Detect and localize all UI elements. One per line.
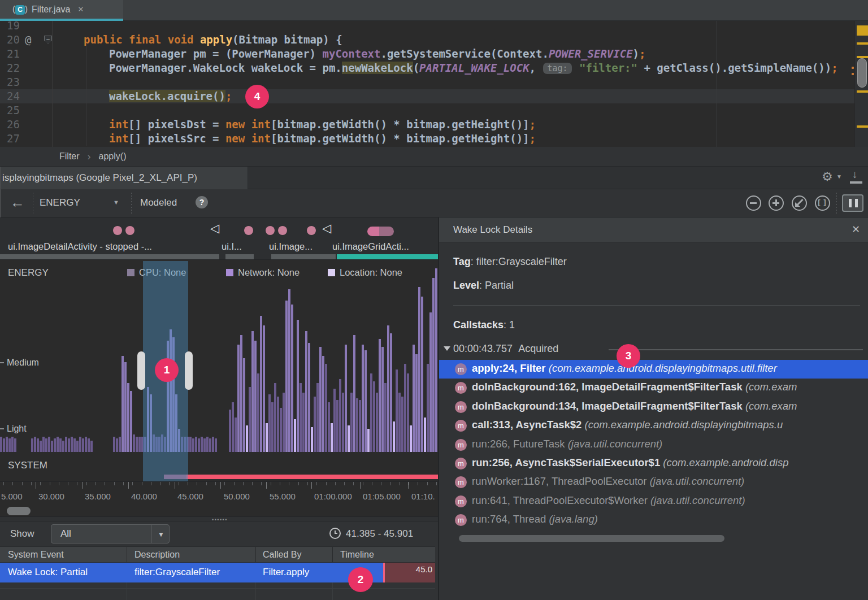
- code-line-20[interactable]: 20@−public final void apply(Bitmap bitma…: [0, 33, 868, 47]
- tag-row: Tag: filter:GrayscaleFilter: [453, 256, 567, 268]
- energy-bar: [300, 383, 302, 452]
- code-line-23[interactable]: 23: [0, 75, 868, 89]
- activity-event-dot-icon[interactable]: [113, 226, 122, 235]
- help-icon[interactable]: ?: [196, 196, 208, 208]
- column-header[interactable]: Timeline: [340, 550, 374, 560]
- code-line-26[interactable]: 26int[] pixelsDst = new int[bitmap.getWi…: [0, 118, 868, 132]
- callout-3: 3: [617, 344, 640, 368]
- wake-lock-duration-bar[interactable]: [186, 475, 438, 479]
- callstack-frame[interactable]: mrun:256, AsyncTask$SerialExecutor$1 (co…: [439, 454, 868, 473]
- activity-event-dot-icon[interactable]: [278, 226, 287, 235]
- energy-bar: [421, 297, 423, 452]
- axis-major-tick: [220, 482, 221, 489]
- code-line-22[interactable]: 22PowerManager.WakeLock wakeLock = pm.ne…: [0, 61, 868, 75]
- code-line-24[interactable]: 24wakeLock.acquire();: [0, 89, 868, 103]
- fold-arrow-icon[interactable]: −: [44, 36, 52, 44]
- system-track-label: SYSTEM: [8, 460, 47, 471]
- energy-bar: [73, 438, 76, 452]
- selection-handle-left[interactable]: [137, 351, 145, 390]
- tab-close-icon[interactable]: ✕: [77, 5, 84, 14]
- energy-bar: [124, 362, 127, 452]
- energy-bar: [333, 389, 336, 452]
- stripe-dot: [852, 67, 854, 69]
- stage-dropdown-arrow-icon[interactable]: ▼: [113, 199, 119, 206]
- gear-dropdown-arrow-icon: ▼: [836, 173, 842, 180]
- profiler-toolbar: ← ENERGY ▼ Modeled ? [ ]: [0, 189, 868, 218]
- callstack-frame[interactable]: mrun:641, ThreadPoolExecutor$Worker (jav…: [439, 492, 868, 511]
- energy-bar: [127, 383, 129, 452]
- timeline-scrollbar-thumb[interactable]: [7, 507, 31, 515]
- callstack-frame[interactable]: mapply:24, Filter (com.example.android.d…: [439, 360, 868, 379]
- editor-scrollbar-thumb[interactable]: [857, 58, 867, 88]
- annotation-icon[interactable]: @: [25, 33, 31, 47]
- breadcrumb-class[interactable]: Filter: [59, 151, 80, 162]
- code-text: PowerManager.WakeLock wakeLock = pm.newW…: [109, 61, 838, 75]
- tab-filter-java[interactable]: (C) Filter.java ✕: [0, 0, 123, 21]
- energy-bar: [232, 402, 234, 452]
- energy-bars: [0, 260, 438, 452]
- error-stripe[interactable]: [854, 21, 868, 147]
- energy-bar: [356, 398, 358, 452]
- code-line-21[interactable]: 21PowerManager pm = (PowerManager) myCon…: [0, 47, 868, 61]
- callstack-frame[interactable]: mrun:266, FutureTask (java.util.concurre…: [439, 436, 868, 454]
- dropdown-arrow-icon: ▼: [158, 531, 164, 538]
- callstack-frame[interactable]: mdoInBackground:162, ImageDetailFragment…: [439, 379, 868, 397]
- callstack-frame[interactable]: mcall:313, AsyncTask$2 (com.example.andr…: [439, 416, 868, 435]
- activity-event-dot-icon[interactable]: [244, 226, 253, 235]
- energy-bar: [11, 437, 14, 452]
- code-editor[interactable]: 1920@−public final void apply(Bitmap bit…: [0, 21, 868, 147]
- column-header[interactable]: System Event: [8, 550, 64, 560]
- method-icon: m: [455, 420, 467, 432]
- code-line-27[interactable]: 27int[] pixelsSrc = new int[bitmap.getWi…: [0, 132, 868, 146]
- energy-bar: [209, 438, 211, 452]
- callstack-frame[interactable]: mdoInBackground:134, ImageDetailFragment…: [439, 398, 868, 416]
- energy-bar: [376, 393, 378, 452]
- column-header[interactable]: Called By: [263, 550, 301, 560]
- cell-called-by: Filter.apply: [263, 567, 309, 578]
- activity-strip[interactable]: ◁◁ui.ImageDetailActivity - stopped -...u…: [0, 218, 438, 260]
- collapse-caret-icon[interactable]: [444, 346, 450, 351]
- zoom-in-icon[interactable]: [769, 195, 784, 211]
- close-icon[interactable]: ✕: [852, 223, 860, 236]
- selection-handle-right[interactable]: [185, 351, 193, 390]
- callstack-timestamp[interactable]: 00:00:43.757 Acquired: [453, 343, 558, 355]
- reset-zoom-icon[interactable]: [792, 195, 807, 211]
- frame-text: run:256, AsyncTask$SerialExecutor$1 (com…: [472, 456, 788, 469]
- column-header[interactable]: Description: [134, 550, 180, 560]
- breadcrumb-method[interactable]: apply(): [99, 151, 127, 162]
- download-icon[interactable]: ↓: [850, 170, 863, 185]
- event-filter-dropdown[interactable]: All ▼: [51, 524, 170, 544]
- system-events-track[interactable]: SYSTEM: [0, 452, 438, 481]
- activity-event-dot-icon[interactable]: [125, 226, 134, 235]
- rotation-event-icon[interactable]: ◁: [322, 221, 331, 235]
- back-arrow-icon[interactable]: ←: [10, 194, 25, 211]
- time-axis: 5.00030.00035.00040.00045.00050.00055.00…: [0, 481, 438, 506]
- zoom-to-selection-icon[interactable]: [ ]: [815, 195, 830, 211]
- energy-bar: [34, 437, 36, 452]
- callstack-frame[interactable]: mrun:764, Thread (java.lang): [439, 511, 868, 529]
- energy-bar: [294, 419, 296, 452]
- activity-event-dot-icon[interactable]: [266, 226, 275, 235]
- line-number: 25: [7, 103, 34, 118]
- touch-event-pill-icon[interactable]: [367, 227, 394, 236]
- activity-event-dot-icon[interactable]: [307, 226, 316, 235]
- code-line-19[interactable]: 19: [0, 21, 868, 33]
- stripe-mark: [857, 42, 868, 45]
- zoom-out-icon[interactable]: [746, 195, 761, 211]
- energy-bar: [291, 305, 293, 452]
- stage-dropdown[interactable]: ENERGY: [40, 197, 80, 208]
- energy-bar: [8, 438, 11, 452]
- pane-splitter[interactable]: ••••••••••••: [0, 516, 438, 521]
- code-line-25[interactable]: 25: [0, 103, 868, 118]
- session-tab[interactable]: isplayingbitmaps (Google Pixel_2_XL_API_…: [1, 167, 248, 189]
- axis-major-tick: [36, 482, 36, 489]
- callstack-frame[interactable]: mrunWorker:1167, ThreadPoolExecutor (jav…: [439, 473, 868, 492]
- energy-chart[interactable]: ENERGY CPU: NoneNetwork: NoneLocation: N…: [0, 260, 438, 452]
- gear-icon[interactable]: ⚙: [822, 169, 833, 184]
- details-scrollbar-thumb[interactable]: [459, 535, 724, 542]
- energy-bar: [130, 391, 132, 452]
- rotation-event-icon[interactable]: ◁: [210, 221, 219, 235]
- pause-live-button[interactable]: [842, 194, 863, 212]
- energy-bar: [268, 394, 271, 452]
- method-icon: m: [455, 495, 467, 507]
